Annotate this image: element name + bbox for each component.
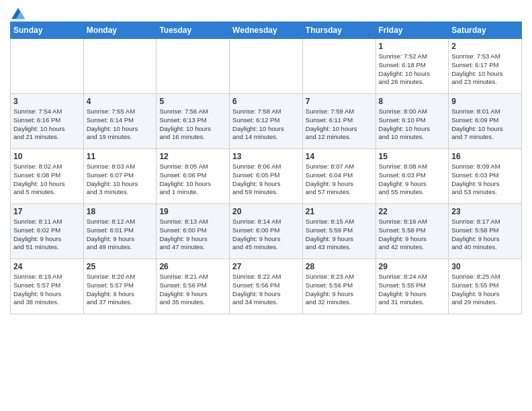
day-info: Sunrise: 8:05 AM Sunset: 6:06 PM Dayligh… — [159, 163, 226, 197]
calendar-cell: 26Sunrise: 8:21 AM Sunset: 5:56 PM Dayli… — [157, 259, 230, 314]
day-number: 19 — [159, 207, 226, 216]
logo — [10, 7, 25, 20]
day-number: 6 — [232, 97, 300, 106]
day-info: Sunrise: 8:14 AM Sunset: 6:00 PM Dayligh… — [232, 218, 300, 252]
day-number: 7 — [306, 97, 373, 106]
calendar-cell — [83, 39, 157, 94]
day-header-thursday: Thursday — [302, 22, 375, 39]
day-info: Sunrise: 7:56 AM Sunset: 6:13 PM Dayligh… — [159, 107, 226, 142]
logo-icon — [11, 7, 25, 20]
day-number: 4 — [87, 97, 154, 106]
day-info: Sunrise: 7:55 AM Sunset: 6:14 PM Dayligh… — [87, 107, 154, 142]
day-info: Sunrise: 8:07 AM Sunset: 6:04 PM Dayligh… — [306, 163, 373, 197]
day-number: 13 — [232, 152, 300, 161]
day-number: 11 — [87, 152, 154, 161]
calendar-cell: 11Sunrise: 8:03 AM Sunset: 6:07 PM Dayli… — [83, 149, 157, 204]
day-header-wednesday: Wednesday — [230, 22, 303, 39]
day-number: 12 — [159, 152, 226, 161]
day-info: Sunrise: 8:15 AM Sunset: 5:59 PM Dayligh… — [306, 218, 373, 252]
calendar-cell — [230, 39, 303, 94]
day-number: 28 — [306, 262, 373, 271]
calendar-cell: 22Sunrise: 8:16 AM Sunset: 5:58 PM Dayli… — [375, 204, 449, 259]
day-number: 24 — [13, 262, 81, 271]
day-number: 27 — [232, 262, 300, 271]
calendar-cell: 27Sunrise: 8:22 AM Sunset: 5:56 PM Dayli… — [230, 259, 303, 314]
day-info: Sunrise: 8:02 AM Sunset: 6:08 PM Dayligh… — [13, 163, 81, 197]
calendar-header: SundayMondayTuesdayWednesdayThursdayFrid… — [11, 22, 522, 39]
calendar-cell: 9Sunrise: 8:01 AM Sunset: 6:09 PM Daylig… — [449, 94, 522, 149]
day-info: Sunrise: 8:11 AM Sunset: 6:02 PM Dayligh… — [13, 218, 81, 252]
calendar-cell — [11, 39, 84, 94]
day-info: Sunrise: 8:13 AM Sunset: 6:00 PM Dayligh… — [159, 218, 226, 252]
calendar-cell: 25Sunrise: 8:20 AM Sunset: 5:57 PM Dayli… — [83, 259, 157, 314]
day-info: Sunrise: 8:21 AM Sunset: 5:56 PM Dayligh… — [159, 273, 226, 307]
calendar-cell: 12Sunrise: 8:05 AM Sunset: 6:06 PM Dayli… — [157, 149, 230, 204]
day-number: 14 — [306, 152, 373, 161]
day-number: 5 — [159, 97, 226, 106]
day-info: Sunrise: 7:52 AM Sunset: 6:18 PM Dayligh… — [379, 52, 446, 87]
day-info: Sunrise: 8:03 AM Sunset: 6:07 PM Dayligh… — [87, 163, 154, 197]
day-info: Sunrise: 8:20 AM Sunset: 5:57 PM Dayligh… — [87, 273, 154, 307]
calendar-table: SundayMondayTuesdayWednesdayThursdayFrid… — [10, 21, 522, 314]
calendar-cell: 16Sunrise: 8:09 AM Sunset: 6:03 PM Dayli… — [449, 149, 522, 204]
header — [10, 7, 522, 17]
calendar-body: 1Sunrise: 7:52 AM Sunset: 6:18 PM Daylig… — [11, 39, 522, 314]
calendar-cell: 5Sunrise: 7:56 AM Sunset: 6:13 PM Daylig… — [157, 94, 230, 149]
day-number: 30 — [451, 262, 519, 271]
calendar-cell: 3Sunrise: 7:54 AM Sunset: 6:16 PM Daylig… — [11, 94, 84, 149]
calendar-cell: 1Sunrise: 7:52 AM Sunset: 6:18 PM Daylig… — [375, 39, 449, 94]
calendar-cell: 23Sunrise: 8:17 AM Sunset: 5:58 PM Dayli… — [449, 204, 522, 259]
day-number: 10 — [13, 152, 81, 161]
calendar-cell: 19Sunrise: 8:13 AM Sunset: 6:00 PM Dayli… — [157, 204, 230, 259]
day-number: 29 — [379, 262, 446, 271]
day-header-sunday: Sunday — [11, 22, 84, 39]
day-info: Sunrise: 8:12 AM Sunset: 6:01 PM Dayligh… — [87, 218, 154, 252]
day-info: Sunrise: 7:58 AM Sunset: 6:12 PM Dayligh… — [232, 107, 300, 142]
calendar-cell: 10Sunrise: 8:02 AM Sunset: 6:08 PM Dayli… — [11, 149, 84, 204]
day-number: 26 — [159, 262, 226, 271]
day-info: Sunrise: 8:25 AM Sunset: 5:55 PM Dayligh… — [451, 273, 519, 307]
day-info: Sunrise: 8:24 AM Sunset: 5:55 PM Dayligh… — [379, 273, 446, 307]
day-header-monday: Monday — [83, 22, 157, 39]
day-info: Sunrise: 8:00 AM Sunset: 6:10 PM Dayligh… — [379, 107, 446, 142]
day-info: Sunrise: 7:53 AM Sunset: 6:17 PM Dayligh… — [451, 52, 519, 87]
calendar-cell: 6Sunrise: 7:58 AM Sunset: 6:12 PM Daylig… — [230, 94, 303, 149]
calendar-cell: 17Sunrise: 8:11 AM Sunset: 6:02 PM Dayli… — [11, 204, 84, 259]
calendar-week-row: 24Sunrise: 8:19 AM Sunset: 5:57 PM Dayli… — [11, 259, 522, 314]
day-info: Sunrise: 8:06 AM Sunset: 6:05 PM Dayligh… — [232, 163, 300, 197]
calendar-cell: 13Sunrise: 8:06 AM Sunset: 6:05 PM Dayli… — [230, 149, 303, 204]
day-number: 9 — [451, 97, 519, 106]
day-number: 1 — [379, 42, 446, 51]
calendar-cell: 18Sunrise: 8:12 AM Sunset: 6:01 PM Dayli… — [83, 204, 157, 259]
day-header-row: SundayMondayTuesdayWednesdayThursdayFrid… — [11, 22, 522, 39]
calendar-cell: 15Sunrise: 8:08 AM Sunset: 6:03 PM Dayli… — [375, 149, 449, 204]
calendar-week-row: 3Sunrise: 7:54 AM Sunset: 6:16 PM Daylig… — [11, 94, 522, 149]
day-number: 8 — [379, 97, 446, 106]
calendar-cell: 29Sunrise: 8:24 AM Sunset: 5:55 PM Dayli… — [375, 259, 449, 314]
day-number: 3 — [13, 97, 81, 106]
day-info: Sunrise: 8:16 AM Sunset: 5:58 PM Dayligh… — [379, 218, 446, 252]
calendar-cell: 8Sunrise: 8:00 AM Sunset: 6:10 PM Daylig… — [375, 94, 449, 149]
calendar-cell: 2Sunrise: 7:53 AM Sunset: 6:17 PM Daylig… — [449, 39, 522, 94]
day-info: Sunrise: 8:19 AM Sunset: 5:57 PM Dayligh… — [13, 273, 81, 307]
day-info: Sunrise: 8:22 AM Sunset: 5:56 PM Dayligh… — [232, 273, 300, 307]
logo-area — [10, 7, 25, 17]
calendar-week-row: 10Sunrise: 8:02 AM Sunset: 6:08 PM Dayli… — [11, 149, 522, 204]
day-number: 25 — [87, 262, 154, 271]
day-header-friday: Friday — [375, 22, 449, 39]
day-number: 18 — [87, 207, 154, 216]
day-info: Sunrise: 8:23 AM Sunset: 5:56 PM Dayligh… — [306, 273, 373, 307]
day-number: 17 — [13, 207, 81, 216]
day-number: 20 — [232, 207, 300, 216]
calendar-cell: 30Sunrise: 8:25 AM Sunset: 5:55 PM Dayli… — [449, 259, 522, 314]
calendar-cell: 28Sunrise: 8:23 AM Sunset: 5:56 PM Dayli… — [302, 259, 375, 314]
day-header-saturday: Saturday — [449, 22, 522, 39]
calendar-cell: 21Sunrise: 8:15 AM Sunset: 5:59 PM Dayli… — [302, 204, 375, 259]
day-number: 22 — [379, 207, 446, 216]
day-info: Sunrise: 8:17 AM Sunset: 5:58 PM Dayligh… — [451, 218, 519, 252]
calendar-cell: 14Sunrise: 8:07 AM Sunset: 6:04 PM Dayli… — [302, 149, 375, 204]
day-number: 2 — [451, 42, 519, 51]
day-info: Sunrise: 7:54 AM Sunset: 6:16 PM Dayligh… — [13, 107, 81, 142]
day-number: 15 — [379, 152, 446, 161]
day-info: Sunrise: 7:59 AM Sunset: 6:11 PM Dayligh… — [306, 107, 373, 142]
